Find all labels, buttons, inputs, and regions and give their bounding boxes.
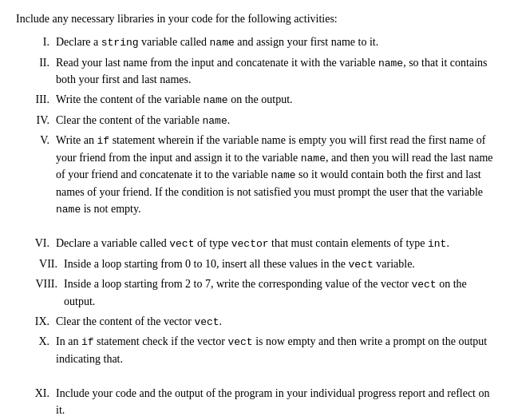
- task-number: XI.: [16, 385, 56, 418]
- code-vect: vect: [169, 238, 194, 250]
- task-number: VIII.: [16, 275, 64, 310]
- code-vect: vect: [227, 336, 252, 348]
- task-number: VII.: [16, 256, 64, 273]
- list-item: VI. Declare a variable called vect of ty…: [16, 235, 494, 252]
- code-name: name: [203, 94, 227, 106]
- task-content: Inside a loop starting from 2 to 7, writ…: [64, 275, 494, 310]
- task-number: V.: [16, 132, 56, 217]
- code-name: name: [301, 153, 326, 164]
- task-number: II.: [16, 54, 56, 89]
- code-string: string: [101, 37, 139, 49]
- code-if: if: [81, 336, 94, 348]
- code-name: name: [202, 115, 227, 127]
- code-vector: vector: [231, 238, 269, 250]
- list-item: V. Write an if statement wherein if the …: [16, 132, 494, 217]
- list-item: III. Write the content of the variable n…: [16, 91, 494, 109]
- task-content: Clear the content of the variable name.: [56, 112, 494, 129]
- task-number: IX.: [16, 313, 56, 331]
- task-content: Inside a loop starting from 0 to 10, ins…: [64, 256, 494, 273]
- task-content: In an if statement check if the vector v…: [56, 333, 494, 367]
- task-number: I.: [16, 34, 56, 51]
- list-item: VII. Inside a loop starting from 0 to 10…: [16, 256, 494, 273]
- task-content: Include your code and the output of the …: [56, 385, 494, 418]
- list-item: XI. Include your code and the output of …: [16, 385, 494, 418]
- spacer: [16, 220, 494, 235]
- list-item: I. Declare a string variable called name…: [16, 34, 494, 51]
- task-content: Declare a string variable called name an…: [56, 34, 494, 51]
- spacer: [16, 370, 494, 385]
- list-item: VIII. Inside a loop starting from 2 to 7…: [16, 275, 494, 310]
- task-number: IV.: [16, 112, 56, 129]
- task-list: I. Declare a string variable called name…: [16, 34, 494, 418]
- task-content: Clear the content of the vector vect.: [56, 313, 494, 331]
- task-content: Write the content of the variable name o…: [56, 91, 494, 109]
- list-item: X. In an if statement check if the vecto…: [16, 333, 494, 367]
- code-vect: vect: [411, 279, 436, 291]
- code-name: name: [210, 37, 235, 49]
- task-content: Read your last name from the input and c…: [56, 54, 494, 89]
- code-name: name: [378, 57, 403, 69]
- code-vect: vect: [349, 259, 374, 271]
- list-item: II. Read your last name from the input a…: [16, 54, 494, 89]
- code-if: if: [97, 135, 110, 147]
- intro-text: Include any necessary libraries in your …: [16, 13, 494, 26]
- code-vect: vect: [194, 316, 219, 328]
- list-item: IX. Clear the content of the vector vect…: [16, 313, 494, 331]
- code-name: name: [56, 204, 81, 216]
- code-name: name: [271, 169, 295, 181]
- task-number: III.: [16, 91, 56, 109]
- task-content: Declare a variable called vect of type v…: [56, 235, 494, 252]
- task-content: Write an if statement wherein if the var…: [56, 132, 494, 217]
- list-item: IV. Clear the content of the variable na…: [16, 112, 494, 129]
- task-number: VI.: [16, 235, 56, 252]
- task-number: X.: [16, 333, 56, 367]
- code-int: int: [428, 238, 446, 250]
